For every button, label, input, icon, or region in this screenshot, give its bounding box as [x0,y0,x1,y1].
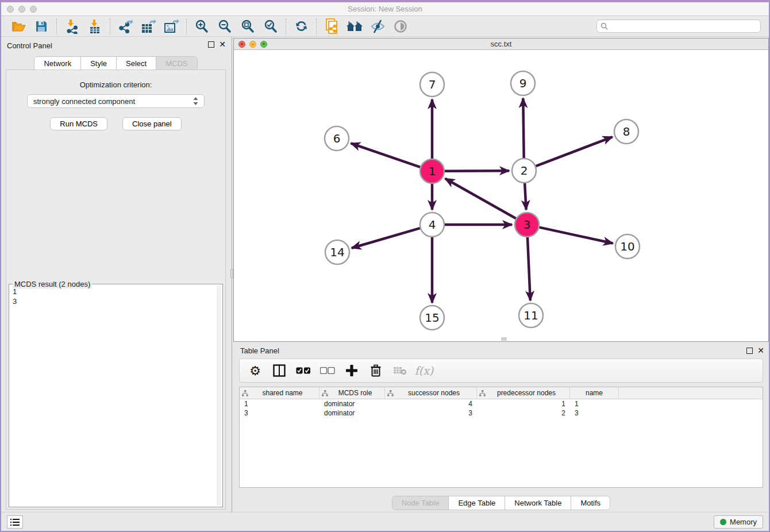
deselect-all-columns-icon[interactable] [318,361,337,380]
column-header-successor-nodes[interactable]: successor nodes [385,387,477,399]
graph-node-10[interactable]: 10 [615,234,640,259]
graph-node-6[interactable]: 6 [325,126,349,151]
settings-gear-icon[interactable]: ⚙ [245,361,265,380]
memory-button[interactable]: Memory [714,515,763,529]
zoom-out-icon[interactable] [213,18,236,35]
graph-node-9[interactable]: 9 [511,71,535,95]
graph-edge-2-9[interactable] [523,98,523,158]
column-header-shared-name[interactable]: shared name [240,387,319,399]
import-table-icon[interactable] [83,18,106,35]
open-session-icon[interactable] [7,18,30,35]
table-cell[interactable]: 1 [477,399,570,408]
tab-mcds[interactable]: MCDS [156,57,197,70]
column-header-predecessor-nodes[interactable]: predecessor nodes [477,387,570,399]
import-network-icon[interactable] [60,18,83,35]
table-cell[interactable]: 1 [570,399,619,408]
hide-selected-icon[interactable] [366,18,389,35]
tab-node-table[interactable]: Node Table [392,496,449,510]
optimization-criterion-select[interactable]: strongly connected component [27,94,205,108]
graph-edge-3-10[interactable] [539,228,613,244]
select-all-columns-icon[interactable] [294,361,313,380]
table-panel: Table Panel ✕ ⚙ [233,343,769,512]
table-cell[interactable]: 3 [570,408,619,418]
column-label: MCDS role [328,389,382,397]
graph-node-1[interactable]: 1 [420,159,444,183]
graph-edge-4-14[interactable] [352,228,420,248]
copy-network-icon[interactable] [320,18,343,35]
table-panel-title: Table Panel [240,346,279,355]
column-header-name[interactable]: name [570,387,619,399]
table-cell[interactable]: 3 [385,408,477,418]
export-network-icon[interactable] [114,18,137,35]
tab-network[interactable]: Network [34,57,81,70]
graph-edge-2-8[interactable] [536,137,613,166]
task-history-button[interactable] [7,515,23,529]
graph-node-15[interactable]: 15 [420,306,444,330]
graph-node-label: 11 [523,309,538,322]
function-builder-icon: f(x) [414,361,434,380]
tab-style[interactable]: Style [81,57,117,70]
export-image-icon[interactable] [160,18,183,35]
control-panel-tabs: NetworkStyleSelectMCDS [34,56,197,71]
tab-motifs[interactable]: Motifs [571,496,610,510]
mcds-result-box: MCDS result (2 nodes) 1 3 [9,284,223,507]
search-box[interactable] [596,20,761,33]
table-row[interactable]: 3dominator323 [240,408,763,418]
zoom-fit-icon[interactable] [236,18,259,35]
network-graph[interactable]: 7968124314101511 [234,51,770,342]
close-panel-button[interactable]: Close panel [122,117,182,130]
graph-node-11[interactable]: 11 [519,303,543,327]
graph-node-14[interactable]: 14 [325,240,349,264]
table-cell[interactable]: 1 [240,399,319,408]
table-row[interactable]: 1dominator411 [240,399,763,408]
close-table-panel-icon[interactable]: ✕ [757,347,764,354]
graph-edge-2-3[interactable] [525,183,526,210]
table-body: 1dominator4113dominator323 [240,399,763,418]
title-bar: Session: New Session [1,2,769,16]
add-column-icon[interactable] [342,361,361,380]
table-cell[interactable]: dominator [319,408,385,418]
split-panel-icon[interactable] [270,361,289,380]
graph-edge-3-1[interactable] [445,179,516,218]
zoom-selected-icon[interactable] [259,18,282,35]
search-input[interactable] [610,22,757,30]
graph-edge-1-6[interactable] [351,143,421,167]
export-table-icon[interactable] [137,18,160,35]
float-table-panel-icon[interactable] [746,348,753,354]
tab-edge-table[interactable]: Edge Table [449,496,505,510]
save-session-icon[interactable] [30,18,53,35]
tab-select[interactable]: Select [117,57,156,70]
graph-node-4[interactable]: 4 [420,213,444,237]
refresh-icon[interactable] [290,18,313,35]
graph-node-3[interactable]: 3 [515,213,539,237]
graph-node-8[interactable]: 8 [614,119,638,144]
column-header-MCDS-role[interactable]: MCDS role [319,387,385,399]
graph-node-2[interactable]: 2 [512,159,536,183]
table-cell[interactable]: 2 [477,408,570,418]
graph-edge-1-2[interactable] [445,171,509,171]
float-panel-icon[interactable] [208,41,214,48]
window-title: Session: New Session [1,5,769,13]
graph-node-7[interactable]: 7 [420,72,444,97]
zoom-in-icon[interactable] [190,18,213,35]
search-icon [600,22,608,30]
close-panel-icon[interactable]: ✕ [219,41,226,48]
main-toolbar [1,16,769,37]
mcds-panel: Optimization criterion: strongly connect… [6,70,226,510]
network-canvas[interactable]: 7968124314101511 [234,51,768,341]
column-label: predecessor nodes [486,389,567,397]
network-overview-icon[interactable] [343,18,366,35]
mcds-result-text[interactable]: 1 3 [10,286,217,506]
table-cell[interactable]: dominator [319,399,385,408]
network-window-titlebar[interactable]: × − + scc.txt [234,38,768,50]
tab-network-table[interactable]: Network Table [505,496,571,510]
graph-edge-3-11[interactable] [528,237,530,300]
run-mcds-button[interactable]: Run MCDS [50,117,107,130]
graph-node-label: 14 [330,245,344,259]
table-cell[interactable]: 3 [240,408,319,418]
network-hscrollbar-thumb[interactable] [501,337,507,341]
table-cell[interactable]: 4 [385,399,477,408]
result-scrollbar[interactable] [217,286,221,506]
delete-column-icon[interactable] [366,361,386,380]
show-all-icon[interactable] [389,18,412,35]
